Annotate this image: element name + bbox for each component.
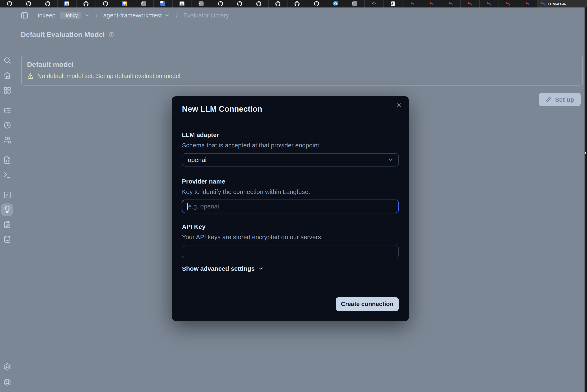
browser-tab-github[interactable] xyxy=(288,0,307,8)
pencil-icon xyxy=(545,96,552,102)
google-calendar-favicon-icon: 31 xyxy=(122,1,127,6)
chat-search-favicon-icon xyxy=(333,1,338,6)
lifebuoy-icon xyxy=(3,378,11,386)
browser-tab-github[interactable] xyxy=(0,0,19,8)
sidebar-item-playground[interactable] xyxy=(1,169,13,181)
browser-tab-active[interactable]: LLM-as-a-... xyxy=(537,0,587,8)
browser-tab-github[interactable] xyxy=(96,0,115,8)
breadcrumb-org[interactable]: inkeep xyxy=(38,12,56,19)
close-icon xyxy=(396,102,402,108)
browser-tab-langfuse[interactable] xyxy=(422,0,441,8)
google-calendar-favicon-icon: 31 xyxy=(180,1,185,6)
langfuse-favicon-icon xyxy=(467,1,472,6)
modal-header-divider xyxy=(172,123,409,123)
clock-icon xyxy=(3,121,11,129)
show-advanced-settings-toggle[interactable]: Show advanced settings xyxy=(182,265,264,272)
modal-title: New LLM Connection xyxy=(182,104,262,114)
browser-tab-l[interactable]: L xyxy=(345,0,365,8)
browser-tab-z[interactable]: Z xyxy=(192,0,211,8)
chevron-down-icon xyxy=(84,13,90,18)
browser-tab-langfuse[interactable] xyxy=(499,0,518,8)
chevron-down-icon xyxy=(258,265,264,271)
advanced-toggle-label: Show advanced settings xyxy=(182,265,255,272)
provider-name-label: Provider name xyxy=(182,178,225,184)
home-icon xyxy=(3,72,11,79)
sidebar-item-sessions[interactable] xyxy=(1,120,13,131)
browser-tab-github[interactable] xyxy=(19,0,38,8)
settings-icon xyxy=(3,363,11,371)
sidebar-item-dashboards[interactable] xyxy=(1,84,13,96)
langfuse-favicon-icon xyxy=(487,1,492,6)
sidebar-toggle-button[interactable] xyxy=(21,12,28,19)
browser-tab-fingerprint[interactable] xyxy=(384,0,403,8)
browser-tab-github[interactable] xyxy=(249,0,269,8)
browser-tab-bluedoc[interactable] xyxy=(154,0,173,8)
browser-tab-gcal[interactable]: 31 xyxy=(58,0,77,8)
github-favicon-icon xyxy=(256,1,261,6)
plan-badge: Hobby xyxy=(60,12,82,19)
llm-adapter-label: LLM adapter xyxy=(182,131,219,138)
clipboard-pen-icon xyxy=(3,220,11,228)
modal-footer-divider xyxy=(172,287,409,287)
sidebar-item-datasets[interactable] xyxy=(1,234,13,245)
sidebar-item-tracing[interactable] xyxy=(1,104,13,116)
browser-tab-langfuse[interactable] xyxy=(518,0,537,8)
browser-tab-langfuse[interactable] xyxy=(460,0,480,8)
project-switcher-button[interactable] xyxy=(164,13,170,18)
browser-tab-github[interactable] xyxy=(39,0,58,8)
api-key-input[interactable] xyxy=(182,245,399,258)
sidebar-item-prompts[interactable] xyxy=(1,154,13,166)
sidebar-item-evaluator-library[interactable] xyxy=(1,203,13,216)
github-favicon-icon xyxy=(103,1,108,6)
browser-tab-github[interactable] xyxy=(230,0,249,8)
page-title-row: Default Evaluation Model xyxy=(14,24,584,46)
provider-name-input[interactable] xyxy=(182,200,399,213)
default-model-card: Default model No default model set. Set … xyxy=(21,56,583,86)
create-connection-button[interactable]: Create connection xyxy=(335,297,399,311)
browser-tab-github[interactable] xyxy=(307,0,326,8)
browser-tab-langfuse[interactable] xyxy=(441,0,460,8)
info-icon[interactable] xyxy=(109,32,115,38)
background-window-strip xyxy=(584,8,587,392)
new-llm-connection-modal: New LLM Connection LLM adapter Schema th… xyxy=(172,96,409,321)
browser-tab-github[interactable] xyxy=(77,0,96,8)
sidebar-item-support[interactable] xyxy=(1,376,13,388)
api-key-label: API Key xyxy=(182,223,205,230)
file-json-icon xyxy=(3,156,11,164)
browser-tab-gcal[interactable]: 31 xyxy=(173,0,192,8)
database-icon xyxy=(3,236,11,243)
breadcrumb-separator: / xyxy=(96,12,98,19)
z-favicon-icon: Z xyxy=(199,1,204,6)
langfuse-favicon-icon xyxy=(541,1,546,6)
users-icon xyxy=(3,136,11,144)
browser-tab-langfuse[interactable] xyxy=(403,0,422,8)
browser-tab-star[interactable] xyxy=(365,0,384,8)
sidebar-item-home[interactable] xyxy=(1,70,13,81)
set-up-button[interactable]: Set up xyxy=(539,92,581,106)
browser-tab-chat[interactable] xyxy=(326,0,345,8)
github-favicon-icon xyxy=(237,1,242,6)
browser-tab-z[interactable]: Z xyxy=(134,0,154,8)
screen: 3131Z31ZL LLM-as-a-... inkeep Hobby / ag… xyxy=(0,0,587,392)
llm-adapter-value: openai xyxy=(188,156,207,163)
modal-close-button[interactable] xyxy=(395,102,403,109)
breadcrumb-project[interactable]: agent-framework=test xyxy=(103,12,162,19)
llm-adapter-select[interactable]: openai xyxy=(182,153,399,166)
sidebar-item-search[interactable] xyxy=(1,54,13,66)
langfuse-favicon-icon xyxy=(410,1,415,6)
browser-tab-github[interactable] xyxy=(211,0,230,8)
github-favicon-icon xyxy=(84,1,89,6)
browser-tab-langfuse[interactable] xyxy=(480,0,499,8)
sidebar-item-scores[interactable] xyxy=(1,189,13,201)
browser-tab-gcal[interactable]: 31 xyxy=(115,0,134,8)
org-switcher-button[interactable] xyxy=(84,13,90,18)
card-title: Default model xyxy=(27,61,577,69)
provider-name-help: Key to identify the connection within La… xyxy=(182,188,310,195)
browser-tab-github[interactable] xyxy=(269,0,288,8)
set-up-button-label: Set up xyxy=(555,96,574,103)
sidebar-item-settings[interactable] xyxy=(1,361,13,373)
star-favicon-icon xyxy=(371,1,376,6)
github-favicon-icon xyxy=(7,1,12,6)
sidebar-item-annotation-queues[interactable] xyxy=(1,219,13,230)
sidebar-item-users[interactable] xyxy=(1,134,13,146)
